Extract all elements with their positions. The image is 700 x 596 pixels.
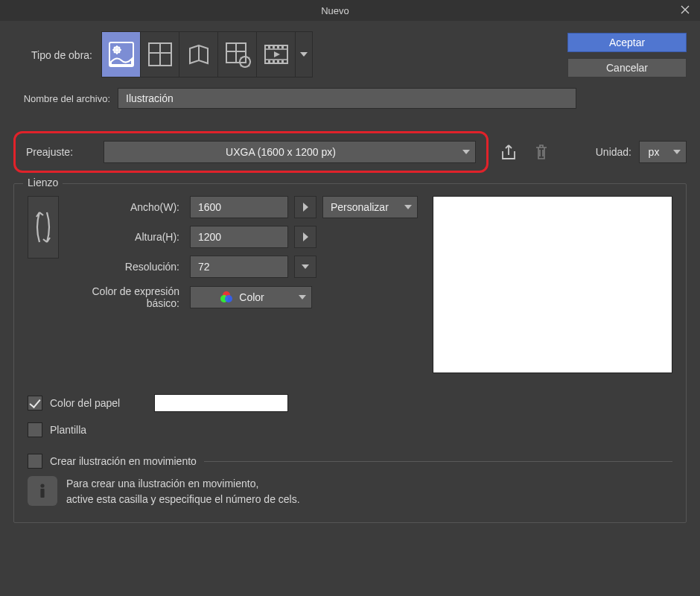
svg-rect-0 (109, 42, 133, 66)
svg-point-22 (225, 295, 232, 302)
svg-rect-18 (277, 60, 279, 63)
color-mode-label: Color de expresión básico: (66, 285, 184, 309)
svg-rect-13 (273, 46, 275, 48)
svg-rect-16 (268, 60, 270, 63)
chevron-down-icon (302, 264, 309, 269)
width-arrow-button[interactable] (294, 196, 316, 218)
filename-input[interactable] (118, 88, 576, 109)
svg-rect-24 (40, 489, 44, 498)
width-input[interactable] (190, 196, 288, 218)
divider (204, 461, 672, 462)
cancel-button[interactable]: Cancelar (567, 58, 687, 77)
canvas-preview (433, 196, 672, 373)
work-type-book[interactable] (179, 32, 218, 77)
arrow-right-icon (303, 203, 308, 212)
preset-dropdown[interactable]: UXGA (1600 x 1200 px) (104, 141, 476, 163)
new-dialog: Nuevo Tipo de obra: (0, 0, 700, 596)
template-label: Plantilla (50, 424, 86, 436)
info-icon (28, 476, 57, 506)
arrow-right-icon (303, 232, 308, 241)
unit-value: px (640, 146, 668, 158)
paper-color-label: Color del papel (50, 397, 120, 409)
svg-rect-12 (268, 46, 270, 48)
moving-illustration-checkbox[interactable] (28, 454, 42, 469)
size-preset-value: Personalizar (323, 201, 399, 213)
rgb-icon (220, 291, 233, 304)
unit-dropdown[interactable]: px (639, 141, 687, 163)
resolution-input[interactable] (190, 256, 288, 278)
work-type-comic[interactable] (141, 32, 179, 77)
color-mode-value: Color (239, 291, 264, 303)
info-text: Para crear una ilustración en movimiento… (66, 476, 300, 507)
filename-label: Nombre del archivo: (13, 93, 118, 104)
work-type-comic-settings[interactable] (218, 32, 257, 77)
accept-button[interactable]: Aceptar (567, 33, 687, 52)
unit-label: Unidad: (596, 146, 631, 158)
chevron-down-icon (673, 150, 681, 154)
height-label: Altura(H): (66, 231, 184, 243)
chevron-down-icon (300, 52, 308, 57)
resolution-dropdown-button[interactable] (294, 256, 316, 278)
window-title: Nuevo (0, 5, 670, 16)
work-type-group (101, 31, 313, 77)
moving-illustration-label: Crear ilustración en movimiento (50, 455, 197, 467)
chevron-down-icon (299, 295, 306, 299)
height-arrow-button[interactable] (294, 226, 316, 248)
close-button[interactable] (670, 4, 700, 16)
save-preset-button[interactable] (496, 141, 521, 163)
svg-point-23 (40, 484, 44, 487)
preset-value: UXGA (1600 x 1200 px) (104, 146, 457, 158)
paper-color-checkbox[interactable] (28, 396, 42, 410)
canvas-legend: Lienzo (23, 177, 63, 188)
preset-highlight: Preajuste: UXGA (1600 x 1200 px) (13, 131, 489, 173)
swap-orientation-button[interactable] (28, 196, 59, 259)
svg-rect-15 (281, 46, 284, 48)
template-checkbox[interactable] (28, 422, 42, 437)
height-input[interactable] (190, 226, 288, 248)
size-preset-dropdown[interactable]: Personalizar (322, 196, 418, 218)
delete-preset-button (529, 141, 554, 163)
work-type-illustration[interactable] (102, 32, 141, 77)
paper-color-swatch[interactable] (154, 394, 288, 412)
svg-rect-14 (277, 46, 279, 48)
svg-rect-19 (281, 60, 284, 63)
width-label: Ancho(W): (66, 201, 184, 213)
work-type-label: Tipo de obra: (13, 31, 101, 61)
titlebar: Nuevo (0, 0, 700, 21)
work-type-animation[interactable] (257, 32, 296, 77)
chevron-down-icon (404, 205, 412, 209)
work-type-more-dropdown[interactable] (296, 32, 312, 77)
color-mode-dropdown[interactable]: Color (190, 286, 312, 308)
resolution-label: Resolución: (66, 261, 184, 273)
canvas-fieldset: Lienzo Ancho(W): Personalizar (13, 183, 687, 523)
preset-label: Preajuste: (26, 146, 92, 158)
chevron-down-icon (462, 150, 470, 154)
svg-rect-17 (273, 60, 275, 63)
